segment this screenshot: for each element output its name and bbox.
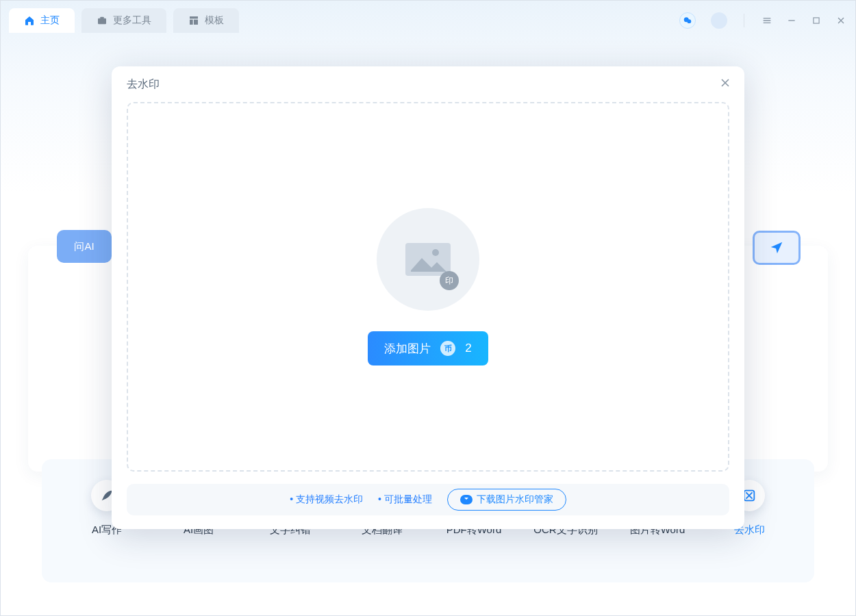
remove-watermark-dialog: 去水印 印 添加图片 币 2 支持视频去水印 bbox=[112, 66, 744, 529]
add-image-label: 添加图片 bbox=[384, 341, 431, 357]
dialog-footer: 支持视频去水印 可批量处理 下载图片水印管家 bbox=[127, 484, 729, 515]
feature-batch: 可批量处理 bbox=[378, 493, 432, 506]
coin-cost: 2 bbox=[465, 342, 471, 355]
drop-area[interactable]: 印 添加图片 币 2 bbox=[127, 102, 729, 472]
image-placeholder-icon: 印 bbox=[377, 208, 479, 311]
download-watermark-app-button[interactable]: 下载图片水印管家 bbox=[447, 489, 566, 511]
add-image-button[interactable]: 添加图片 币 2 bbox=[368, 331, 488, 365]
dialog-title: 去水印 bbox=[112, 66, 744, 102]
modal-overlay: 去水印 印 添加图片 币 2 支持视频去水印 bbox=[1, 1, 855, 615]
cloud-download-icon bbox=[460, 495, 473, 504]
svg-point-13 bbox=[432, 249, 439, 256]
dialog-close-button[interactable] bbox=[718, 76, 732, 92]
feature-video: 支持视频去水印 bbox=[290, 493, 363, 506]
stamp-icon: 印 bbox=[440, 271, 459, 290]
app-window: 主页 更多工具 模板 问AI AI写作 bbox=[0, 0, 856, 616]
coin-icon: 币 bbox=[440, 341, 455, 356]
download-label: 下载图片水印管家 bbox=[477, 493, 553, 506]
